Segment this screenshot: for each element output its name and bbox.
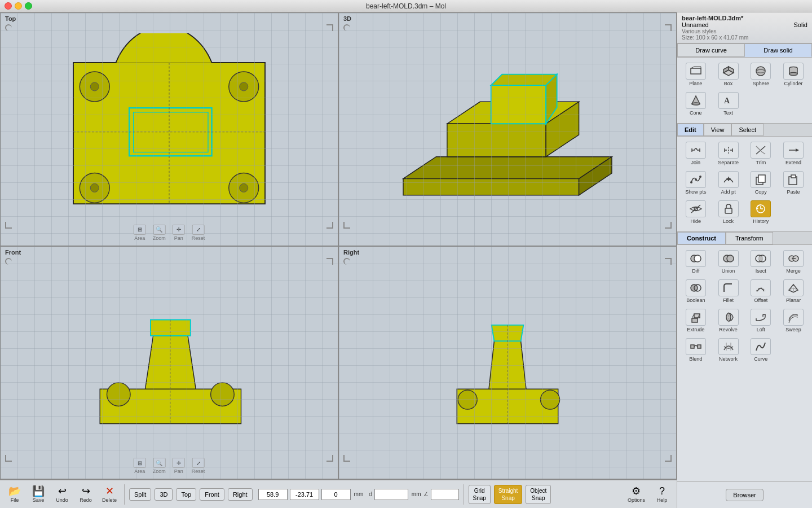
x-coord-input[interactable] bbox=[258, 489, 288, 500]
blend-tool[interactable]: Blend bbox=[681, 336, 711, 364]
showpts-tool[interactable]: Show pts bbox=[681, 169, 711, 196]
file-button[interactable]: 📂 File bbox=[5, 485, 25, 504]
view-tab[interactable]: View bbox=[704, 124, 732, 136]
diff-tool[interactable]: Diff bbox=[681, 248, 711, 275]
svg-rect-66 bbox=[791, 175, 796, 178]
delete-icon: ✕ bbox=[105, 486, 114, 496]
d-coords-area: d mm ∠ bbox=[369, 489, 458, 500]
redo-button[interactable]: ↪ Redo bbox=[76, 485, 96, 504]
separate-tool[interactable]: Separate bbox=[713, 140, 744, 167]
z-coord-input[interactable] bbox=[321, 489, 351, 500]
diff-icon bbox=[686, 250, 706, 267]
cylinder-icon bbox=[783, 63, 804, 80]
top-button[interactable]: Top bbox=[176, 488, 196, 501]
network-tool[interactable]: Network bbox=[713, 336, 744, 364]
viewport-area: Top bbox=[0, 12, 677, 508]
showpts-label: Show pts bbox=[685, 189, 706, 195]
separator-2 bbox=[464, 484, 464, 505]
construct-tabs: Construct Transform bbox=[677, 231, 812, 245]
paste-tool[interactable]: Paste bbox=[778, 169, 809, 196]
loft-icon bbox=[751, 309, 771, 326]
plane-tool[interactable]: Plane bbox=[681, 61, 711, 88]
pan-button-front[interactable]: ✛Pan bbox=[173, 458, 185, 474]
curve-tool[interactable]: Curve bbox=[746, 336, 776, 364]
cylinder-tool[interactable]: Cylinder bbox=[778, 61, 809, 88]
grid-snap-button[interactable]: Grid Snap bbox=[469, 485, 491, 504]
extrude-label: Extrude bbox=[687, 327, 704, 332]
object-snap-button[interactable]: Object Snap bbox=[526, 485, 551, 504]
revolve-tool[interactable]: Revolve bbox=[713, 307, 744, 334]
viewport-front[interactable]: Front bbox=[0, 246, 338, 480]
planar-tool[interactable]: Planar bbox=[778, 278, 809, 305]
boolean-label: Boolean bbox=[686, 297, 705, 303]
addpt-label: Add pt bbox=[721, 189, 736, 195]
hide-tool[interactable]: Hide bbox=[681, 199, 711, 226]
split-button[interactable]: Split bbox=[129, 488, 151, 501]
sphere-tool[interactable]: Sphere bbox=[746, 61, 776, 88]
pan-button[interactable]: ✛ Pan bbox=[173, 225, 185, 241]
y-coord-input[interactable] bbox=[290, 489, 319, 500]
undo-button[interactable]: ↩ Undo bbox=[52, 485, 72, 504]
boolean-tool[interactable]: Boolean bbox=[681, 278, 711, 305]
zoom-button[interactable]: 🔍 Zoom bbox=[153, 225, 166, 241]
loft-tool[interactable]: Loft bbox=[746, 307, 776, 334]
close-button[interactable] bbox=[5, 2, 12, 10]
panel-header: bear-left-MOLD.3dm* Unnamed Solid Variou… bbox=[677, 12, 812, 43]
lock-tool[interactable]: Lock bbox=[713, 199, 744, 226]
text-tool[interactable]: A Text bbox=[713, 90, 744, 117]
minimize-button[interactable] bbox=[15, 2, 22, 10]
union-tool[interactable]: Union bbox=[713, 248, 744, 275]
zoom-button-front[interactable]: 🔍Zoom bbox=[153, 458, 166, 474]
history-icon bbox=[751, 200, 771, 217]
save-button[interactable]: 💾 Save bbox=[28, 485, 48, 504]
edit-tab[interactable]: Edit bbox=[677, 124, 704, 136]
viewport-top-label: Top bbox=[5, 15, 16, 22]
3d-button[interactable]: 3D bbox=[155, 488, 173, 501]
angle-input[interactable] bbox=[431, 489, 459, 500]
box-tool[interactable]: Box bbox=[713, 61, 744, 88]
extend-tool[interactable]: Extend bbox=[778, 140, 809, 167]
offset-icon bbox=[751, 279, 771, 296]
join-tool[interactable]: Join bbox=[681, 140, 711, 167]
extrude-tool[interactable]: Extrude bbox=[681, 307, 711, 334]
history-tool[interactable]: History bbox=[746, 199, 776, 226]
merge-tool[interactable]: Merge bbox=[778, 248, 809, 275]
union-icon bbox=[718, 250, 739, 267]
viewport-3d[interactable]: 3D bbox=[338, 12, 677, 246]
viewport-right[interactable]: Right bbox=[338, 246, 677, 480]
construct-tab[interactable]: Construct bbox=[677, 232, 726, 244]
copy-tool[interactable]: Copy bbox=[746, 169, 776, 196]
svg-point-73 bbox=[694, 255, 701, 262]
maximize-button[interactable] bbox=[25, 2, 32, 10]
solid-tools-section: Plane Box bbox=[677, 58, 812, 123]
fillet-tool[interactable]: Fillet bbox=[713, 278, 744, 305]
trim-tool[interactable]: Trim bbox=[746, 140, 776, 167]
viewport-top[interactable]: Top bbox=[0, 12, 338, 246]
draw-curve-tab[interactable]: Draw curve bbox=[677, 43, 744, 57]
help-button[interactable]: ? Help bbox=[652, 485, 672, 504]
select-tab[interactable]: Select bbox=[731, 124, 764, 136]
reset-button-front[interactable]: ⤢Reset bbox=[192, 458, 205, 474]
transform-tab[interactable]: Transform bbox=[726, 232, 773, 244]
isect-tool[interactable]: Isect bbox=[746, 248, 776, 275]
sweep-tool[interactable]: Sweep bbox=[778, 307, 809, 334]
straight-snap-button[interactable]: Straight Snap bbox=[494, 485, 522, 504]
browser-button[interactable]: Browser bbox=[726, 489, 763, 501]
area-button-front[interactable]: ⊞Area bbox=[134, 458, 146, 474]
options-icon: ⚙ bbox=[632, 486, 641, 496]
d-input[interactable] bbox=[374, 489, 408, 500]
sweep-icon bbox=[783, 309, 804, 326]
offset-tool[interactable]: Offset bbox=[746, 278, 776, 305]
right-button[interactable]: Right bbox=[228, 488, 253, 501]
sweep-label: Sweep bbox=[785, 327, 801, 332]
delete-button[interactable]: ✕ Delete bbox=[99, 485, 120, 504]
front-button[interactable]: Front bbox=[200, 488, 224, 501]
draw-solid-tab[interactable]: Draw solid bbox=[744, 43, 812, 57]
addpt-tool[interactable]: Add pt bbox=[713, 169, 744, 196]
cone-icon bbox=[686, 92, 706, 109]
area-button[interactable]: ⊞ Area bbox=[134, 225, 146, 241]
options-button[interactable]: ⚙ Options bbox=[625, 485, 647, 504]
text-icon: A bbox=[718, 92, 739, 109]
reset-button[interactable]: ⤢ Reset bbox=[192, 225, 205, 241]
cone-tool[interactable]: Cone bbox=[681, 90, 711, 117]
